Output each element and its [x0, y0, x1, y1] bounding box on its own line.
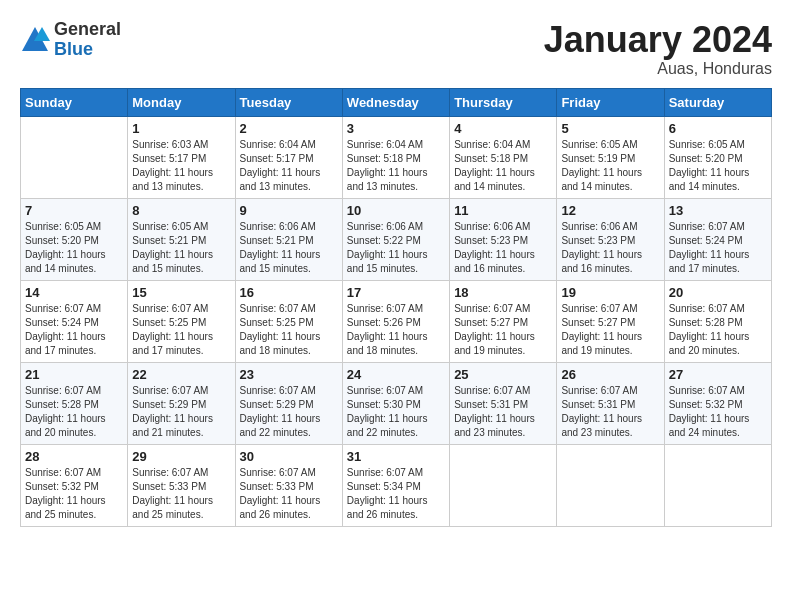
day-number: 6 [669, 121, 767, 136]
day-number: 20 [669, 285, 767, 300]
day-info: Sunrise: 6:07 AMSunset: 5:25 PMDaylight:… [132, 302, 230, 358]
day-number: 31 [347, 449, 445, 464]
logo-icon [20, 25, 50, 55]
calendar-cell [21, 116, 128, 198]
calendar-week: 1Sunrise: 6:03 AMSunset: 5:17 PMDaylight… [21, 116, 772, 198]
day-number: 14 [25, 285, 123, 300]
calendar-cell: 2Sunrise: 6:04 AMSunset: 5:17 PMDaylight… [235, 116, 342, 198]
calendar-cell [664, 444, 771, 526]
header-row: SundayMondayTuesdayWednesdayThursdayFrid… [21, 88, 772, 116]
page-header: General Blue January 2024 Auas, Honduras [20, 20, 772, 78]
logo-general: General [54, 20, 121, 40]
day-info: Sunrise: 6:04 AMSunset: 5:17 PMDaylight:… [240, 138, 338, 194]
header-day: Thursday [450, 88, 557, 116]
calendar-cell: 25Sunrise: 6:07 AMSunset: 5:31 PMDayligh… [450, 362, 557, 444]
calendar-cell: 13Sunrise: 6:07 AMSunset: 5:24 PMDayligh… [664, 198, 771, 280]
calendar-cell [450, 444, 557, 526]
day-number: 29 [132, 449, 230, 464]
day-number: 11 [454, 203, 552, 218]
header-day: Wednesday [342, 88, 449, 116]
day-info: Sunrise: 6:07 AMSunset: 5:32 PMDaylight:… [25, 466, 123, 522]
day-info: Sunrise: 6:07 AMSunset: 5:33 PMDaylight:… [240, 466, 338, 522]
calendar-cell: 1Sunrise: 6:03 AMSunset: 5:17 PMDaylight… [128, 116, 235, 198]
day-info: Sunrise: 6:07 AMSunset: 5:29 PMDaylight:… [240, 384, 338, 440]
logo-blue: Blue [54, 40, 121, 60]
day-info: Sunrise: 6:05 AMSunset: 5:19 PMDaylight:… [561, 138, 659, 194]
calendar-table: SundayMondayTuesdayWednesdayThursdayFrid… [20, 88, 772, 527]
logo: General Blue [20, 20, 121, 60]
calendar-cell: 11Sunrise: 6:06 AMSunset: 5:23 PMDayligh… [450, 198, 557, 280]
day-number: 23 [240, 367, 338, 382]
calendar-cell: 7Sunrise: 6:05 AMSunset: 5:20 PMDaylight… [21, 198, 128, 280]
calendar-week: 28Sunrise: 6:07 AMSunset: 5:32 PMDayligh… [21, 444, 772, 526]
header-day: Sunday [21, 88, 128, 116]
day-info: Sunrise: 6:05 AMSunset: 5:20 PMDaylight:… [669, 138, 767, 194]
day-number: 19 [561, 285, 659, 300]
day-number: 22 [132, 367, 230, 382]
calendar-cell: 10Sunrise: 6:06 AMSunset: 5:22 PMDayligh… [342, 198, 449, 280]
day-number: 9 [240, 203, 338, 218]
calendar-cell [557, 444, 664, 526]
day-number: 25 [454, 367, 552, 382]
day-info: Sunrise: 6:06 AMSunset: 5:23 PMDaylight:… [454, 220, 552, 276]
calendar-cell: 9Sunrise: 6:06 AMSunset: 5:21 PMDaylight… [235, 198, 342, 280]
day-info: Sunrise: 6:07 AMSunset: 5:28 PMDaylight:… [669, 302, 767, 358]
calendar-cell: 14Sunrise: 6:07 AMSunset: 5:24 PMDayligh… [21, 280, 128, 362]
calendar-cell: 15Sunrise: 6:07 AMSunset: 5:25 PMDayligh… [128, 280, 235, 362]
day-info: Sunrise: 6:07 AMSunset: 5:31 PMDaylight:… [561, 384, 659, 440]
calendar-cell: 26Sunrise: 6:07 AMSunset: 5:31 PMDayligh… [557, 362, 664, 444]
calendar-cell: 6Sunrise: 6:05 AMSunset: 5:20 PMDaylight… [664, 116, 771, 198]
day-info: Sunrise: 6:07 AMSunset: 5:30 PMDaylight:… [347, 384, 445, 440]
day-number: 12 [561, 203, 659, 218]
calendar-cell: 17Sunrise: 6:07 AMSunset: 5:26 PMDayligh… [342, 280, 449, 362]
day-number: 27 [669, 367, 767, 382]
calendar-cell: 27Sunrise: 6:07 AMSunset: 5:32 PMDayligh… [664, 362, 771, 444]
calendar-week: 21Sunrise: 6:07 AMSunset: 5:28 PMDayligh… [21, 362, 772, 444]
calendar-cell: 12Sunrise: 6:06 AMSunset: 5:23 PMDayligh… [557, 198, 664, 280]
day-info: Sunrise: 6:06 AMSunset: 5:22 PMDaylight:… [347, 220, 445, 276]
calendar-cell: 31Sunrise: 6:07 AMSunset: 5:34 PMDayligh… [342, 444, 449, 526]
day-number: 18 [454, 285, 552, 300]
day-info: Sunrise: 6:07 AMSunset: 5:24 PMDaylight:… [669, 220, 767, 276]
calendar-cell: 16Sunrise: 6:07 AMSunset: 5:25 PMDayligh… [235, 280, 342, 362]
calendar-cell: 8Sunrise: 6:05 AMSunset: 5:21 PMDaylight… [128, 198, 235, 280]
day-info: Sunrise: 6:07 AMSunset: 5:27 PMDaylight:… [454, 302, 552, 358]
header-day: Monday [128, 88, 235, 116]
day-number: 28 [25, 449, 123, 464]
day-info: Sunrise: 6:04 AMSunset: 5:18 PMDaylight:… [347, 138, 445, 194]
day-number: 2 [240, 121, 338, 136]
day-info: Sunrise: 6:07 AMSunset: 5:29 PMDaylight:… [132, 384, 230, 440]
calendar-cell: 22Sunrise: 6:07 AMSunset: 5:29 PMDayligh… [128, 362, 235, 444]
day-number: 24 [347, 367, 445, 382]
day-info: Sunrise: 6:05 AMSunset: 5:21 PMDaylight:… [132, 220, 230, 276]
calendar-cell: 29Sunrise: 6:07 AMSunset: 5:33 PMDayligh… [128, 444, 235, 526]
day-number: 8 [132, 203, 230, 218]
day-number: 16 [240, 285, 338, 300]
day-info: Sunrise: 6:07 AMSunset: 5:27 PMDaylight:… [561, 302, 659, 358]
day-number: 13 [669, 203, 767, 218]
calendar-cell: 24Sunrise: 6:07 AMSunset: 5:30 PMDayligh… [342, 362, 449, 444]
calendar-cell: 23Sunrise: 6:07 AMSunset: 5:29 PMDayligh… [235, 362, 342, 444]
calendar-cell: 30Sunrise: 6:07 AMSunset: 5:33 PMDayligh… [235, 444, 342, 526]
day-number: 4 [454, 121, 552, 136]
calendar-cell: 20Sunrise: 6:07 AMSunset: 5:28 PMDayligh… [664, 280, 771, 362]
day-info: Sunrise: 6:06 AMSunset: 5:21 PMDaylight:… [240, 220, 338, 276]
day-info: Sunrise: 6:03 AMSunset: 5:17 PMDaylight:… [132, 138, 230, 194]
day-number: 17 [347, 285, 445, 300]
day-number: 1 [132, 121, 230, 136]
day-info: Sunrise: 6:07 AMSunset: 5:25 PMDaylight:… [240, 302, 338, 358]
calendar-cell: 18Sunrise: 6:07 AMSunset: 5:27 PMDayligh… [450, 280, 557, 362]
day-number: 30 [240, 449, 338, 464]
calendar-cell: 28Sunrise: 6:07 AMSunset: 5:32 PMDayligh… [21, 444, 128, 526]
day-info: Sunrise: 6:06 AMSunset: 5:23 PMDaylight:… [561, 220, 659, 276]
day-number: 21 [25, 367, 123, 382]
day-number: 26 [561, 367, 659, 382]
month-title: January 2024 [544, 20, 772, 60]
location: Auas, Honduras [544, 60, 772, 78]
day-number: 5 [561, 121, 659, 136]
logo-text: General Blue [54, 20, 121, 60]
day-info: Sunrise: 6:07 AMSunset: 5:32 PMDaylight:… [669, 384, 767, 440]
calendar-week: 7Sunrise: 6:05 AMSunset: 5:20 PMDaylight… [21, 198, 772, 280]
calendar-week: 14Sunrise: 6:07 AMSunset: 5:24 PMDayligh… [21, 280, 772, 362]
header-day: Saturday [664, 88, 771, 116]
